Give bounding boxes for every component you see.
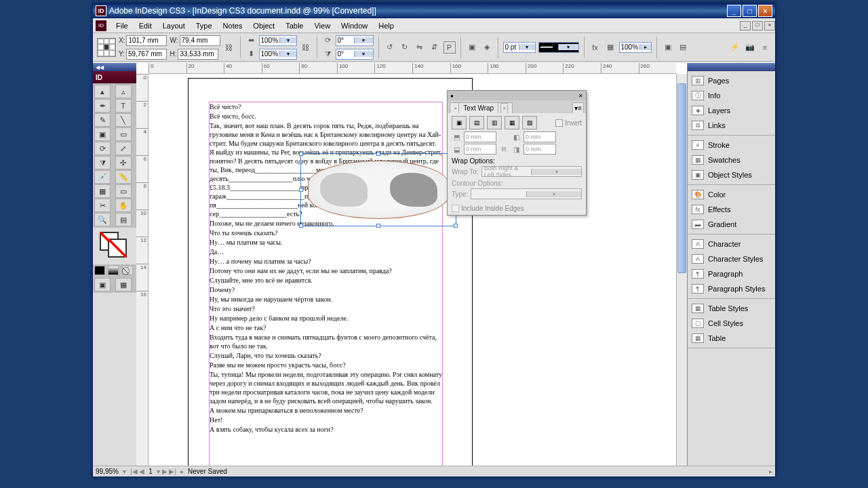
select-content-icon[interactable]: ◈ bbox=[481, 41, 493, 54]
menu-file[interactable]: File bbox=[111, 20, 134, 32]
maximize-button[interactable]: □ bbox=[743, 5, 757, 17]
pencil-tool[interactable]: ✎ bbox=[94, 113, 111, 127]
preview-view-icon[interactable]: ▦ bbox=[115, 278, 132, 291]
apply-color-icon[interactable] bbox=[94, 266, 105, 275]
button-tool[interactable]: ▭ bbox=[115, 184, 132, 198]
link-offsets-icon[interactable]: ⛓ bbox=[499, 146, 509, 152]
offset-right-input[interactable]: 0 mm bbox=[524, 144, 556, 155]
type-tool[interactable]: T bbox=[115, 99, 132, 113]
selection-tool[interactable]: ▴ bbox=[94, 85, 111, 98]
panel-color[interactable]: 🎨Color bbox=[688, 187, 775, 202]
panel-links[interactable]: ⧉Links bbox=[688, 118, 775, 133]
menu-notes[interactable]: Notes bbox=[218, 20, 248, 32]
stroke-weight-combo[interactable]: 0 pt▾ bbox=[503, 42, 536, 53]
panel-stroke[interactable]: ≡Stroke bbox=[688, 138, 775, 152]
page-display[interactable]: 1 bbox=[149, 468, 153, 475]
line-tool[interactable]: ╲ bbox=[115, 113, 132, 127]
textwrap-close-icon[interactable]: ✕ bbox=[578, 93, 583, 99]
textwrap-icon-1[interactable]: ▣ bbox=[662, 41, 674, 54]
rotate-ccw-icon[interactable]: ↺ bbox=[384, 41, 396, 54]
rotate-tool[interactable]: ⟳ bbox=[94, 142, 111, 155]
panel-character[interactable]: ACharacter bbox=[688, 237, 775, 251]
x-input[interactable] bbox=[126, 35, 167, 46]
gradient-tool[interactable]: ▦ bbox=[94, 184, 111, 198]
offset-bottom-input[interactable]: 0 mm bbox=[464, 144, 496, 155]
wrap-jumpnext-button[interactable]: ▧ bbox=[522, 116, 537, 129]
fill-stroke-control[interactable] bbox=[93, 228, 136, 264]
doc-close-button[interactable]: × bbox=[764, 21, 775, 30]
rectangle-tool[interactable]: ▭ bbox=[115, 127, 132, 141]
flip-v-icon[interactable]: ⇵ bbox=[429, 41, 441, 54]
free-transform-tool[interactable]: ✣ bbox=[115, 156, 132, 169]
minimize-button[interactable]: _ bbox=[727, 5, 741, 17]
rectangle-frame-tool[interactable]: ▣ bbox=[94, 127, 111, 141]
stroke-style-combo[interactable]: ━━━▾ bbox=[538, 42, 579, 53]
rotate-cw-icon[interactable]: ↻ bbox=[399, 41, 411, 54]
opacity-combo[interactable]: 100%▸ bbox=[619, 42, 652, 53]
link-scale-icon[interactable]: ⛓ bbox=[300, 41, 312, 54]
apply-none-icon[interactable]: ⃠ bbox=[122, 266, 133, 275]
rotate-combo[interactable]: 0°▾ bbox=[336, 35, 374, 46]
w-input[interactable] bbox=[180, 35, 220, 46]
panel-paragraph-styles[interactable]: ¶Paragraph Styles bbox=[688, 281, 775, 296]
menu-edit[interactable]: Edit bbox=[134, 20, 157, 32]
apply-gradient-icon[interactable] bbox=[108, 266, 119, 275]
menu-object[interactable]: Object bbox=[248, 20, 280, 32]
invert-checkbox[interactable]: Invert bbox=[555, 119, 582, 127]
doc-minimize-button[interactable]: _ bbox=[740, 21, 751, 30]
reference-point-icon[interactable] bbox=[97, 38, 116, 57]
eyedropper-tool[interactable]: 💉 bbox=[94, 170, 111, 184]
select-container-icon[interactable]: ▣ bbox=[466, 41, 478, 54]
wrap-jump-button[interactable]: ▦ bbox=[505, 116, 519, 129]
y-input[interactable] bbox=[126, 49, 167, 60]
offset-top-input[interactable]: 0 mm bbox=[464, 131, 496, 142]
zoom-display[interactable]: 99,95% bbox=[96, 468, 119, 475]
pen-tool[interactable]: ✒ bbox=[94, 99, 111, 113]
menu-layout[interactable]: Layout bbox=[157, 20, 191, 32]
vertical-scrollbar[interactable] bbox=[676, 74, 687, 466]
menu-help[interactable]: Help bbox=[373, 20, 399, 32]
panel-layers[interactable]: ◈Layers bbox=[688, 103, 775, 118]
canvas[interactable]: 020406080100120140160180200220240260 024… bbox=[136, 63, 687, 466]
flip-h-icon[interactable]: ⇋ bbox=[414, 41, 426, 54]
shear-tool[interactable]: ⧩ bbox=[94, 156, 111, 169]
scale-x-combo[interactable]: 100%▾ bbox=[259, 35, 297, 46]
menu-view[interactable]: View bbox=[309, 20, 336, 32]
scissors-tool[interactable]: ✂ bbox=[94, 199, 111, 212]
shear-combo[interactable]: 0°▾ bbox=[336, 49, 374, 60]
normal-view-icon[interactable]: ▣ bbox=[94, 278, 111, 291]
panel-character-styles[interactable]: ACharacter Styles bbox=[688, 251, 775, 266]
panel-gradient[interactable]: ▬Gradient bbox=[688, 217, 775, 232]
panel-paragraph[interactable]: ¶Paragraph bbox=[688, 266, 775, 281]
scale-tool[interactable]: ⤢ bbox=[115, 142, 132, 155]
textwrap-icon-2[interactable]: ▤ bbox=[677, 41, 689, 54]
h-input[interactable] bbox=[178, 49, 218, 60]
control-menu-icon[interactable]: ≡ bbox=[759, 41, 771, 54]
effects-icon[interactable]: ▦ bbox=[604, 41, 616, 54]
bridge-icon[interactable]: 📷 bbox=[744, 41, 756, 54]
panel-effects[interactable]: fxEffects bbox=[688, 202, 775, 217]
panel-pages[interactable]: ▥Pages bbox=[688, 73, 775, 88]
doc-restore-button[interactable]: □ bbox=[752, 21, 763, 30]
panel-table[interactable]: ▦Table bbox=[688, 331, 775, 346]
panel-cell-styles[interactable]: ▢Cell Styles bbox=[688, 316, 775, 331]
quick-apply-icon[interactable]: ⚡ bbox=[729, 41, 741, 54]
zoom-tool[interactable]: 🔍 bbox=[94, 213, 111, 226]
textwrap-tab[interactable]: ◦ Text Wrap × bbox=[450, 102, 513, 113]
tools-collapse[interactable]: ◀◀ bbox=[93, 63, 136, 71]
wrap-shape-button[interactable]: ▥ bbox=[487, 116, 502, 129]
scale-y-combo[interactable]: 100%▾ bbox=[259, 49, 297, 60]
link-wh-icon[interactable]: ⛓ bbox=[223, 41, 235, 54]
fx-icon[interactable]: fx bbox=[589, 41, 601, 54]
panel-info[interactable]: ⓘInfo bbox=[688, 88, 775, 103]
placed-image[interactable] bbox=[300, 153, 456, 226]
menu-window[interactable]: Window bbox=[336, 20, 373, 32]
textwrap-menu-icon[interactable]: ▾≡ bbox=[572, 102, 584, 113]
menu-type[interactable]: Type bbox=[191, 20, 218, 32]
panel-table-styles[interactable]: ▦Table Styles bbox=[688, 301, 775, 316]
offset-left-input[interactable]: 0 mm bbox=[524, 131, 556, 142]
menu-table[interactable]: Table bbox=[280, 20, 309, 32]
wrap-none-button[interactable]: ▣ bbox=[452, 116, 467, 129]
measure-tool[interactable]: 📏 bbox=[115, 170, 132, 184]
note-tool[interactable]: ▤ bbox=[115, 213, 132, 226]
